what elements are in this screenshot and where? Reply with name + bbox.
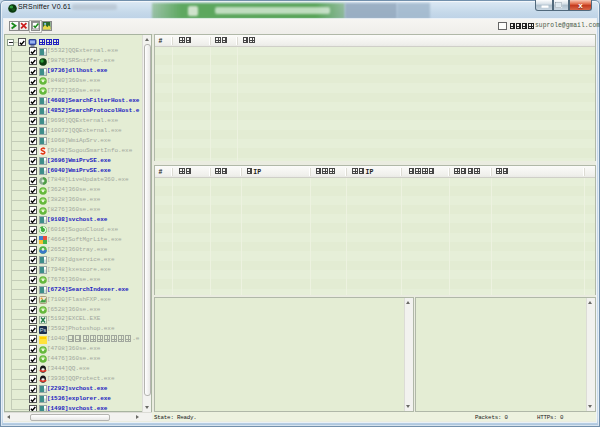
svg-text:Ps: Ps xyxy=(40,327,47,333)
